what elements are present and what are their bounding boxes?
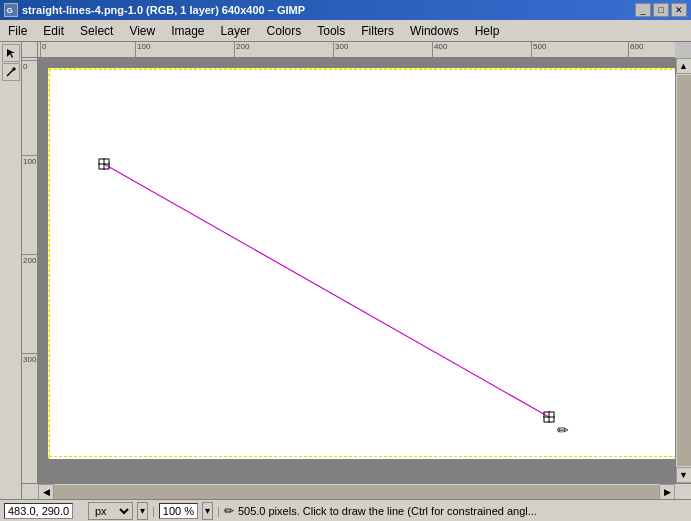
menu-edit[interactable]: Edit [35, 22, 72, 40]
zoom-dropdown-button[interactable]: ▾ [202, 502, 213, 520]
ruler-mark-600: 600 [628, 42, 643, 57]
ruler-mark-0: 0 [40, 42, 46, 57]
separator-1: | [152, 505, 155, 517]
ruler-mark-500: 500 [531, 42, 546, 57]
ruler-corner [22, 42, 38, 58]
tool-pencil[interactable] [2, 63, 20, 81]
horizontal-scrollbar-area[interactable]: ◀ ▶ [22, 483, 691, 499]
maximize-button[interactable]: □ [653, 3, 669, 17]
menu-windows[interactable]: Windows [402, 22, 467, 40]
line-end-point: ✏ [543, 411, 569, 438]
canvas-svg: ✏ [49, 69, 675, 459]
close-button[interactable]: ✕ [671, 3, 687, 17]
titlebar-controls[interactable]: _ □ ✕ [635, 3, 687, 17]
image-content: ✏ [48, 68, 675, 458]
unit-dropdown-button[interactable]: ▾ [137, 502, 148, 520]
scroll-track-vertical[interactable] [677, 75, 691, 466]
menubar: File Edit Select View Image Layer Colors… [0, 20, 691, 42]
separator-2: | [217, 505, 220, 517]
ruler-top: 0 100 200 300 400 500 600 [38, 42, 675, 58]
menu-colors[interactable]: Colors [259, 22, 310, 40]
svg-line-5 [104, 164, 549, 417]
menu-help[interactable]: Help [467, 22, 508, 40]
menu-file[interactable]: File [0, 22, 35, 40]
titlebar: G straight-lines-4.png-1.0 (RGB, 1 layer… [0, 0, 691, 20]
menu-layer[interactable]: Layer [213, 22, 259, 40]
scroll-down-button[interactable]: ▼ [676, 467, 692, 483]
ruler-mark-300: 300 [333, 42, 348, 57]
menu-select[interactable]: Select [72, 22, 121, 40]
scroll-track-horizontal[interactable] [54, 485, 659, 499]
zoom-value: 100 % [159, 503, 198, 519]
canvas-with-ruler: 0 100 200 300 [22, 58, 691, 483]
tool-arrow[interactable] [2, 44, 20, 62]
status-message: 505.0 pixels. Click to draw the line (Ct… [238, 505, 687, 517]
zoom-display: 100 % [159, 503, 198, 519]
ruler-vmark-0: 0 [22, 60, 37, 71]
pencil-status-icon: ✏ [224, 504, 234, 518]
menu-tools[interactable]: Tools [309, 22, 353, 40]
ruler-vmark-300: 300 [22, 353, 37, 364]
line-start-point [98, 158, 110, 170]
coordinates-display: 483.0, 290.0 [4, 503, 84, 519]
left-toolbar [0, 42, 22, 499]
canvas-area: 0 100 200 300 400 500 600 0 100 200 300 [22, 42, 691, 499]
unit-selector[interactable]: px in mm [88, 502, 133, 520]
gimp-icon: G [4, 3, 18, 17]
ruler-mark-100: 100 [135, 42, 150, 57]
svg-text:G: G [7, 6, 13, 15]
coordinates-value: 483.0, 290.0 [4, 503, 73, 519]
scroll-left-button[interactable]: ◀ [38, 484, 54, 500]
menu-image[interactable]: Image [163, 22, 212, 40]
scroll-right-button[interactable]: ▶ [659, 484, 675, 500]
image-canvas[interactable]: ✏ [38, 58, 675, 483]
svg-text:✏: ✏ [557, 422, 569, 438]
ruler-left: 0 100 200 300 [22, 58, 38, 483]
menu-view[interactable]: View [121, 22, 163, 40]
ruler-vmark-200: 200 [22, 254, 37, 265]
ruler-mark-200: 200 [234, 42, 249, 57]
ruler-vmark-100: 100 [22, 155, 37, 166]
statusbar: 483.0, 290.0 px in mm ▾ | 100 % ▾ | ✏ 50… [0, 499, 691, 521]
menu-filters[interactable]: Filters [353, 22, 402, 40]
ruler-mark-400: 400 [432, 42, 447, 57]
svg-marker-2 [7, 49, 15, 58]
ruler-top-right [675, 42, 691, 58]
vertical-scrollbar[interactable]: ▲ ▼ [675, 58, 691, 483]
window-title: straight-lines-4.png-1.0 (RGB, 1 layer) … [22, 4, 305, 16]
minimize-button[interactable]: _ [635, 3, 651, 17]
main-area: 0 100 200 300 400 500 600 0 100 200 300 [0, 42, 691, 499]
titlebar-left: G straight-lines-4.png-1.0 (RGB, 1 layer… [4, 3, 305, 17]
scroll-up-button[interactable]: ▲ [676, 58, 692, 74]
svg-line-3 [7, 69, 14, 76]
